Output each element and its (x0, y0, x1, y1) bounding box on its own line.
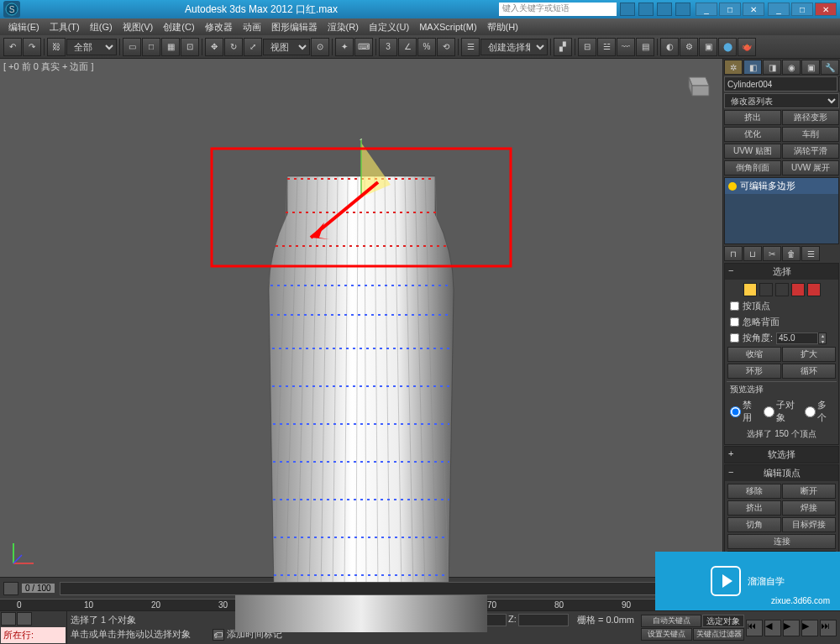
tab-modify[interactable]: ◧ (743, 60, 762, 75)
pin-stack-button[interactable]: ⊓ (724, 246, 743, 261)
help-search-input[interactable]: 键入关键字或短语 (499, 3, 617, 16)
btn-optimize[interactable]: 优化 (724, 127, 781, 142)
reference-coord-dropdown[interactable]: 视图 (263, 39, 310, 55)
auto-key-button[interactable]: 自动关键点 (641, 615, 701, 627)
preview-off-radio[interactable]: 禁用 (730, 399, 759, 424)
info-btn-4[interactable] (675, 3, 690, 16)
rendered-frame-button[interactable]: ▣ (699, 38, 717, 56)
chamfer-button[interactable]: 切角 (727, 517, 781, 532)
viewport[interactable]: [ +0 前 0 真实 + 边面 ] (0, 59, 722, 577)
edit-named-sel-button[interactable]: ☰ (461, 38, 480, 56)
btn-uvw-unwrap[interactable]: UVW 展开 (782, 160, 839, 175)
tab-hierarchy[interactable]: ◨ (763, 60, 781, 75)
timeline-btn-1[interactable] (3, 582, 18, 595)
angle-snap-button[interactable]: ∠ (398, 38, 417, 56)
bulb-icon[interactable] (728, 182, 737, 191)
inner-minimize-button[interactable]: _ (696, 3, 717, 16)
key-filters-button[interactable]: 关键点过滤器 (693, 628, 744, 641)
menu-tools[interactable]: 工具(T) (45, 19, 85, 35)
shrink-button[interactable]: 收缩 (727, 347, 781, 362)
info-btn-1[interactable] (620, 3, 635, 16)
select-by-name-button[interactable]: □ (142, 38, 160, 56)
cylinder-model[interactable]: y (210, 139, 512, 634)
remove-button[interactable]: 移除 (727, 484, 781, 499)
redo-button[interactable]: ↷ (23, 38, 41, 56)
modifier-stack[interactable]: 可编辑多边形 (724, 177, 839, 244)
tab-utilities[interactable]: 🔧 (821, 60, 839, 75)
select-button[interactable]: ▭ (123, 38, 141, 56)
object-name-input[interactable] (724, 76, 837, 92)
viewcube[interactable] (680, 67, 714, 101)
inner-restore-button[interactable]: □ (719, 3, 741, 16)
preview-multi-radio[interactable]: 多个 (805, 399, 833, 424)
undo-button[interactable]: ↶ (3, 38, 22, 56)
teapot-button[interactable]: 🫖 (738, 38, 756, 56)
make-unique-button[interactable]: ✂ (763, 246, 781, 261)
remove-modifier-button[interactable]: 🗑 (782, 246, 801, 261)
key-target-input[interactable] (702, 615, 744, 627)
by-angle-checkbox[interactable] (730, 333, 739, 343)
selection-header[interactable]: −选择 (725, 264, 838, 280)
subobj-edge[interactable] (759, 283, 773, 296)
viewport-label[interactable]: [ +0 前 0 真实 + 边面 ] (3, 60, 94, 73)
angle-spinner[interactable] (776, 332, 818, 344)
mirror-button[interactable]: ▞ (554, 38, 572, 56)
tab-create[interactable]: ✲ (724, 60, 743, 75)
spinner-snap-button[interactable]: ⟲ (437, 38, 455, 56)
modifier-list-dropdown[interactable]: 修改器列表 (724, 93, 839, 108)
keyboard-shortcut-button[interactable]: ⌨ (354, 38, 373, 56)
scale-button[interactable]: ⤢ (244, 38, 262, 56)
subobj-polygon[interactable] (791, 283, 805, 296)
tab-display[interactable]: ▣ (801, 60, 820, 75)
subobj-vertex[interactable] (743, 283, 757, 296)
render-setup-button[interactable]: ⚙ (680, 38, 698, 56)
goto-start-button[interactable]: ⏮ (746, 620, 763, 636)
stack-item-editable-poly[interactable]: 可编辑多边形 (725, 178, 838, 194)
menu-create[interactable]: 创建(C) (158, 19, 199, 35)
prev-frame-button[interactable]: ◀ (764, 620, 781, 636)
listener-button[interactable] (17, 612, 32, 626)
material-editor-button[interactable]: ◐ (660, 38, 679, 56)
weld-button[interactable]: 焊接 (782, 500, 836, 516)
named-selection-dropdown[interactable]: 创建选择集 (480, 39, 548, 55)
maxscript-mini-button[interactable] (1, 612, 16, 626)
layers-button[interactable]: ☱ (597, 38, 616, 56)
angle-spinner-arrows[interactable]: ▴▾ (818, 332, 827, 344)
rotate-button[interactable]: ↻ (224, 38, 243, 56)
set-key-button[interactable]: 设置关键点 (641, 628, 692, 641)
menu-views[interactable]: 视图(V) (118, 19, 159, 35)
menu-animation[interactable]: 动画 (238, 19, 266, 35)
edit-vertices-header[interactable]: −编辑顶点 (725, 465, 838, 481)
by-vertex-checkbox[interactable] (730, 301, 739, 311)
extrude-vert-button[interactable]: 挤出 (727, 500, 781, 516)
next-frame-button[interactable]: ▶ (801, 620, 818, 636)
btn-lathe[interactable]: 车削 (782, 127, 839, 142)
grow-button[interactable]: 扩大 (782, 347, 836, 362)
time-slider[interactable] (60, 582, 717, 595)
selection-filter-dropdown[interactable]: 全部 (66, 39, 117, 55)
schematic-view-button[interactable]: ▤ (636, 38, 654, 56)
subobj-element[interactable] (807, 283, 821, 296)
info-btn-3[interactable] (657, 3, 672, 16)
maximize-button[interactable]: □ (791, 3, 813, 16)
configure-sets-button[interactable]: ☰ (801, 246, 820, 261)
soft-selection-header[interactable]: +软选择 (725, 447, 838, 463)
close-button[interactable]: ✕ (815, 3, 837, 16)
menu-rendering[interactable]: 渲染(R) (323, 19, 364, 35)
select-region-button[interactable]: ▦ (161, 38, 180, 56)
menu-group[interactable]: 组(G) (85, 19, 118, 35)
manipulate-button[interactable]: ✦ (335, 38, 354, 56)
info-btn-2[interactable] (638, 3, 654, 16)
render-button[interactable]: ⬤ (718, 38, 737, 56)
coord-z-input[interactable] (518, 614, 569, 626)
menu-maxscript[interactable]: MAXScript(M) (414, 20, 481, 34)
ring-button[interactable]: 环形 (727, 364, 781, 379)
show-end-result-button[interactable]: ⊔ (743, 246, 762, 261)
target-weld-button[interactable]: 目标焊接 (782, 517, 836, 532)
move-button[interactable]: ✥ (205, 38, 223, 56)
play-button[interactable]: ▶ (783, 620, 800, 636)
inner-close-button[interactable]: ✕ (743, 3, 764, 16)
btn-uvw-map[interactable]: UVW 贴图 (724, 144, 781, 159)
menu-graph-editors[interactable]: 图形编辑器 (266, 19, 323, 35)
link-button[interactable]: ⛓ (47, 38, 66, 56)
